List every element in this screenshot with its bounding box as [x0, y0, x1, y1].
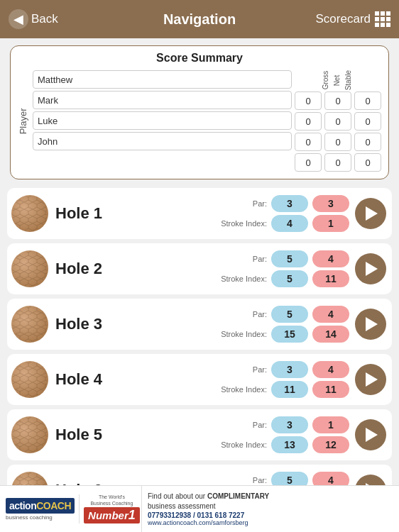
- par-pink-pill: 4: [312, 250, 349, 267]
- hole-name: Hole 4: [55, 370, 119, 389]
- player-row: [33, 91, 292, 109]
- stroke-index-label: Stroke Index:: [217, 330, 267, 338]
- back-arrow-icon: ◀: [9, 9, 28, 29]
- svg-point-3: [12, 251, 48, 287]
- par-row: Par: 3 3: [217, 195, 349, 212]
- hole-name: Hole 5: [55, 426, 119, 444]
- par-row: Par: 5 4: [217, 306, 349, 323]
- stroke-index-row: Stroke Index: 15 14: [217, 326, 349, 343]
- par-label: Par:: [217, 476, 267, 484]
- play-triangle-icon: [366, 372, 378, 387]
- si-blue-pill: 5: [271, 270, 308, 287]
- score-cell: 0: [295, 112, 322, 131]
- actioncoach-logo: actionCOACH business coaching The World'…: [6, 494, 140, 523]
- play-button[interactable]: [355, 253, 386, 284]
- play-button[interactable]: [355, 364, 386, 395]
- business-coaching-text: business coaching: [6, 514, 53, 521]
- par-label: Par:: [217, 310, 267, 318]
- par-blue-pill: 3: [271, 416, 308, 433]
- scorecard-label: Scorecard: [316, 12, 371, 26]
- score-cell: 0: [295, 133, 322, 151]
- action-text: action: [9, 500, 36, 511]
- player-row: [33, 70, 292, 89]
- score-cell: 0: [354, 133, 381, 151]
- player-name-input-1[interactable]: [33, 91, 292, 109]
- hole-row: Hole 1Par: 3 3Stroke Index: 4 1: [7, 188, 392, 239]
- website-url: www.actioncoach.com/samforsberg: [148, 519, 393, 526]
- stable-col-label: Stable: [344, 70, 354, 90]
- play-button[interactable]: [355, 198, 386, 229]
- back-button[interactable]: ◀ Back: [9, 9, 58, 29]
- grid-icon: [375, 11, 390, 27]
- player-name-input-0[interactable]: [33, 70, 292, 89]
- scorecard-button[interactable]: Scorecard: [316, 11, 390, 27]
- golf-ball-icon: [11, 361, 48, 398]
- score-cell: 0: [324, 92, 351, 110]
- score-summary-box: Score Summary Player Gross Net Stable 00…: [10, 45, 389, 179]
- golf-ball-icon: [11, 416, 48, 453]
- stroke-index-label: Stroke Index:: [217, 440, 267, 449]
- par-pink-pill: 1: [312, 416, 349, 433]
- par-pink-pill: 4: [312, 306, 349, 323]
- hole-row: Hole 4Par: 3 4Stroke Index: 11 11: [7, 354, 392, 405]
- player-name-input-2[interactable]: [33, 111, 292, 130]
- score-cell: 0: [324, 112, 351, 131]
- par-label: Par:: [217, 199, 267, 208]
- footer-banner: actionCOACH business coaching The World'…: [0, 485, 399, 532]
- si-blue-pill: 11: [271, 381, 308, 398]
- si-pink-pill: 11: [312, 270, 349, 287]
- hole-row: Hole 3Par: 5 4Stroke Index: 15 14: [7, 299, 392, 350]
- hole-name: Hole 3: [55, 315, 119, 333]
- si-blue-pill: 15: [271, 326, 308, 343]
- gross-col-label: Gross: [322, 70, 332, 90]
- play-button[interactable]: [355, 309, 386, 340]
- par-blue-pill: 5: [271, 250, 308, 267]
- si-pink-pill: 11: [312, 381, 349, 398]
- svg-point-5: [12, 306, 48, 342]
- footer-logo-section: actionCOACH business coaching The World'…: [0, 486, 142, 532]
- si-pink-pill: 1: [312, 215, 349, 232]
- golf-ball-icon: [11, 250, 48, 287]
- play-triangle-icon: [366, 428, 378, 442]
- worlds-best-text: The World'sBusiness Coaching: [90, 494, 133, 506]
- si-blue-pill: 4: [271, 215, 308, 232]
- score-cell: 0: [324, 153, 351, 172]
- par-pink-pill: 3: [312, 195, 349, 212]
- score-cell: 0: [295, 153, 322, 172]
- score-grid: 000000000000: [295, 92, 381, 172]
- par-label: Par:: [217, 255, 267, 263]
- stroke-index-row: Stroke Index: 5 11: [217, 270, 349, 287]
- player-row: [33, 132, 292, 150]
- si-pink-pill: 14: [312, 326, 349, 343]
- par-label: Par:: [217, 421, 267, 429]
- back-label: Back: [31, 12, 58, 26]
- header-title: Navigation: [163, 11, 236, 28]
- par-blue-pill: 3: [271, 195, 308, 212]
- hole-stats: Par: 3 4Stroke Index: 11 11: [119, 361, 349, 398]
- hole-stats: Par: 5 4Stroke Index: 5 11: [119, 250, 349, 287]
- golf-ball-icon: [11, 306, 48, 343]
- player-rows: [33, 70, 292, 172]
- par-label: Par:: [217, 365, 267, 374]
- par-blue-pill: 3: [271, 361, 308, 378]
- si-pink-pill: 12: [312, 436, 349, 453]
- hole-name: Hole 2: [55, 260, 119, 278]
- par-pink-pill: 4: [312, 361, 349, 378]
- header: ◀ Back Navigation Scorecard: [0, 0, 399, 38]
- hole-stats: Par: 5 4Stroke Index: 15 14: [119, 306, 349, 343]
- hole-stats: Par: 3 1Stroke Index: 13 12: [119, 416, 349, 453]
- player-name-input-3[interactable]: [33, 132, 292, 150]
- coach-text: COACH: [36, 500, 71, 511]
- complimentary-text: Find out about our COMPLIMENTARY busines…: [148, 492, 393, 511]
- play-button[interactable]: [355, 419, 386, 450]
- hole-name: Hole 1: [55, 204, 119, 223]
- play-triangle-icon: [366, 317, 378, 331]
- phone-number: 07793312938 / 0131 618 7227: [148, 511, 393, 519]
- stroke-index-row: Stroke Index: 13 12: [217, 436, 349, 453]
- hole-stats: Par: 3 3Stroke Index: 4 1: [119, 195, 349, 232]
- play-triangle-icon: [366, 262, 378, 276]
- score-cell: 0: [354, 112, 381, 131]
- stroke-index-row: Stroke Index: 4 1: [217, 215, 349, 232]
- stroke-index-row: Stroke Index: 11 11: [217, 381, 349, 398]
- par-row: Par: 3 1: [217, 416, 349, 433]
